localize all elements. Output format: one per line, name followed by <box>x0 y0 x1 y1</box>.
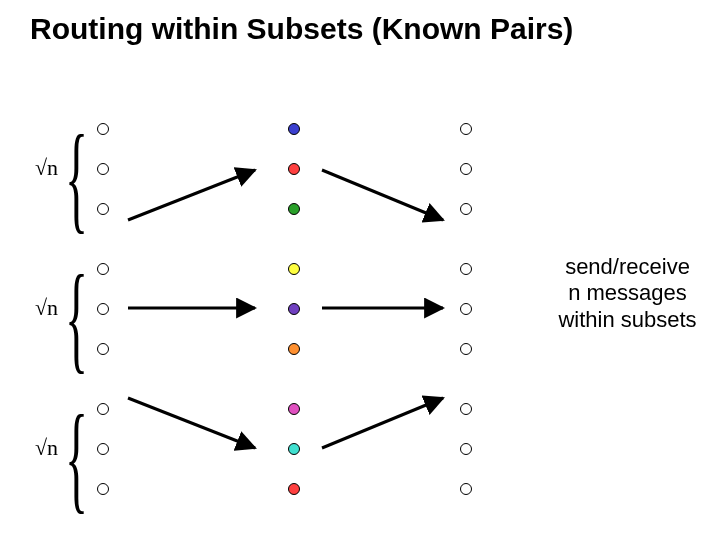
node <box>97 303 109 315</box>
node <box>288 303 300 315</box>
group-size-label-0: √n <box>35 155 58 181</box>
node <box>460 263 472 275</box>
node <box>288 123 300 135</box>
node <box>97 403 109 415</box>
page-title: Routing within Subsets (Known Pairs) <box>30 12 573 46</box>
node <box>288 403 300 415</box>
node <box>460 303 472 315</box>
node <box>460 403 472 415</box>
node <box>460 123 472 135</box>
caption: send/receive n messages within subsets <box>540 254 715 333</box>
caption-line-2: within subsets <box>558 307 696 332</box>
node <box>460 443 472 455</box>
node <box>460 343 472 355</box>
arrow <box>322 398 443 448</box>
node <box>288 483 300 495</box>
arrow <box>322 170 443 220</box>
node <box>288 443 300 455</box>
node <box>288 343 300 355</box>
brace-2: { <box>65 398 88 518</box>
brace-0: { <box>65 118 88 238</box>
caption-line-0: send/receive <box>565 254 690 279</box>
node <box>288 263 300 275</box>
arrow <box>128 170 255 220</box>
node <box>97 203 109 215</box>
node <box>460 163 472 175</box>
group-size-label-1: √n <box>35 295 58 321</box>
node <box>97 163 109 175</box>
node <box>460 483 472 495</box>
node <box>97 343 109 355</box>
node <box>288 203 300 215</box>
node <box>97 263 109 275</box>
caption-line-1: n messages <box>568 280 687 305</box>
node <box>288 163 300 175</box>
arrow <box>128 398 255 448</box>
node <box>97 123 109 135</box>
node <box>97 443 109 455</box>
group-size-label-2: √n <box>35 435 58 461</box>
node <box>97 483 109 495</box>
brace-1: { <box>65 258 88 378</box>
node <box>460 203 472 215</box>
